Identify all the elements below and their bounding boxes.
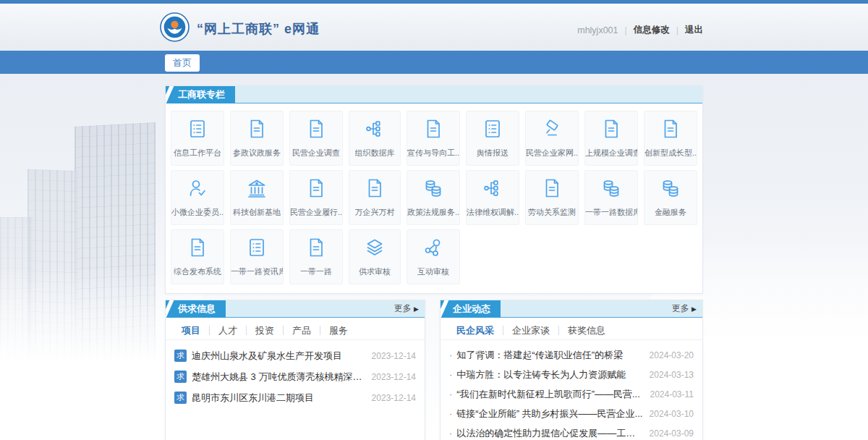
special-tile[interactable]: 创新型成长型... (644, 111, 697, 166)
special-tile[interactable]: 综合发布系统 (171, 229, 224, 284)
tile-label: 一带一路资讯库 (231, 266, 283, 277)
bullet-icon: · (449, 350, 452, 360)
item-title[interactable]: 链接“企业所能” 共助乡村振兴——民营企业... (456, 407, 643, 420)
document-icon (305, 177, 327, 202)
supply-demand-panel: 供求信息 更多 ▶ 项目人才投资产品服务 求 迪庆州山泉水及矿泉水生产开发项目 … (165, 300, 425, 440)
special-tile[interactable]: 参政议政服务 (230, 111, 284, 166)
special-tile[interactable]: 科技创新基地 (230, 170, 284, 225)
tile-label: 组织数据库 (355, 148, 395, 158)
special-tile[interactable]: 上规模企业调查 (584, 111, 638, 166)
database-icon (660, 177, 681, 202)
tile-label: 小微企业委员... (171, 207, 224, 218)
news-item: · 中瑞方胜：以专注铸专长为人力资源赋能 2024-03-13 (449, 365, 694, 384)
tile-label: 一带一路 (300, 266, 332, 277)
special-tile[interactable]: 一带一路 (289, 229, 343, 284)
item-title[interactable]: 知了背调：搭建起“传递职业信任”的桥梁 (456, 349, 643, 362)
special-tile[interactable]: 舆情报送 (466, 111, 519, 166)
supply-list: 求 迪庆州山泉水及矿泉水生产开发项目 2023-12-14 求 楚雄州大姚县 3… (166, 340, 425, 408)
tile-label: 综合发布系统 (174, 266, 221, 277)
special-tile[interactable]: 政策法规服务... (407, 170, 460, 225)
news-tabs: 民企风采企业家谈获奖信息 (441, 318, 702, 340)
news-more-link[interactable]: 更多 ▶ (672, 302, 697, 315)
special-tile[interactable]: 信息工作平台 (171, 111, 224, 166)
tile-label: 一带一路数据库 (585, 207, 637, 218)
tab-企业家谈[interactable]: 企业家谈 (503, 326, 559, 335)
item-title[interactable]: “我们在新时代新征程上凯歌而行”——民营... (456, 388, 644, 401)
bullet-icon: · (449, 408, 452, 419)
special-tile[interactable]: 金融服务 (644, 170, 697, 225)
list-icon (246, 237, 268, 261)
tab-民企风采[interactable]: 民企风采 (448, 326, 503, 335)
demand-badge: 求 (174, 350, 187, 362)
tab-产品[interactable]: 产品 (284, 326, 320, 335)
tab-获奖信息[interactable]: 获奖信息 (559, 326, 614, 335)
nav-home-button[interactable]: 首页 (165, 54, 200, 72)
database-icon (422, 177, 444, 202)
separator: | (676, 25, 678, 35)
special-tile[interactable]: 供求审核 (349, 229, 401, 284)
panel-title: 工商联专栏 (166, 86, 235, 103)
special-tile[interactable]: 民营企业家网... (525, 111, 579, 166)
main-nav: 首页 (0, 51, 868, 74)
document-icon (364, 177, 386, 202)
enterprise-news-panel: 企业动态 更多 ▶ 民企风采企业家谈获奖信息 · 知了背调：搭建起“传递职业信任… (440, 300, 703, 440)
special-tile[interactable]: 民营企业调查 (289, 111, 343, 166)
supply-more-link[interactable]: 更多 ▶ (394, 302, 419, 315)
special-tile[interactable]: 劳动关系监测 (525, 170, 579, 225)
special-tile[interactable]: 互动审核 (407, 229, 460, 284)
special-tile[interactable]: 民营企业履行... (289, 170, 343, 225)
document-icon (600, 118, 622, 143)
tab-服务[interactable]: 服务 (320, 326, 357, 335)
demand-badge: 求 (174, 392, 187, 404)
tab-人才[interactable]: 人才 (210, 326, 247, 335)
supply-item: 求 昆明市东川区东川港二期项目 2023-12-14 (174, 387, 416, 408)
special-tile[interactable]: 法律维权调解... (466, 170, 519, 225)
tile-grid: 信息工作平台 参政议政服务 民营企业调查 组织数据库 宣传与导向工... 舆情报… (166, 103, 702, 292)
special-tile[interactable]: 一带一路数据库 (584, 170, 638, 225)
special-tile[interactable]: 一带一路资讯库 (230, 229, 284, 284)
item-title[interactable]: 昆明市东川区东川港二期项目 (192, 392, 366, 405)
document-icon (305, 118, 327, 143)
panel-header: 供求信息 更多 ▶ (166, 300, 425, 318)
tile-label: 金融服务 (655, 207, 686, 218)
panel-header: 企业动态 更多 ▶ (441, 300, 702, 318)
special-tile[interactable]: 宣传与导向工... (407, 111, 460, 166)
item-title[interactable]: 楚雄州大姚县 3 万吨优质薄壳核桃精深加工及科... (192, 371, 366, 384)
supply-item: 求 迪庆州山泉水及矿泉水生产开发项目 2023-12-14 (174, 345, 416, 366)
bank-icon (246, 177, 268, 202)
tile-label: 创新型成长型... (644, 148, 697, 158)
special-tile[interactable]: 小微企业委员... (171, 170, 224, 225)
tile-label: 劳动关系监测 (528, 207, 576, 218)
tile-label: 宣传与导向工... (407, 148, 459, 158)
document-icon (660, 118, 681, 143)
site-header: “网上工商联” e网通 mhlyjx001 | 信息修改 | 退出 (0, 4, 868, 51)
item-date: 2023-12-14 (372, 393, 416, 403)
news-item: · 知了背调：搭建起“传递职业信任”的桥梁 2024-03-20 (449, 345, 694, 365)
document-icon (246, 118, 268, 143)
tile-label: 万企兴万村 (355, 207, 395, 218)
news-item: · “我们在新时代新征程上凯歌而行”——民营... 2024-03-11 (449, 384, 694, 404)
tile-label: 民营企业家网... (526, 148, 578, 158)
item-date: 2024-03-20 (650, 350, 694, 360)
person-check-icon (187, 177, 208, 202)
news-item: · 链接“企业所能” 共助乡村振兴——民营企业... 2024-03-10 (449, 404, 694, 423)
tile-label: 政策法规服务... (407, 207, 459, 218)
special-tile[interactable]: 组织数据库 (349, 111, 401, 166)
item-date: 2024-03-09 (650, 428, 694, 439)
edit-info-link[interactable]: 信息修改 (634, 24, 670, 36)
tab-投资[interactable]: 投资 (247, 326, 284, 335)
tile-label: 舆情报送 (477, 148, 509, 158)
item-title[interactable]: 迪庆州山泉水及矿泉水生产开发项目 (192, 350, 366, 363)
tab-项目[interactable]: 项目 (173, 326, 210, 335)
tile-label: 民营企业履行... (290, 207, 342, 218)
site-logo-icon (160, 12, 190, 42)
logout-link[interactable]: 退出 (685, 24, 703, 36)
more-arrow-icon: ▶ (414, 305, 419, 313)
item-title[interactable]: 以法治的确定性助力提信心促发展——工商联... (456, 427, 643, 440)
special-tile[interactable]: 万企兴万村 (349, 170, 401, 225)
document-icon (422, 118, 444, 143)
tile-label: 参政议政服务 (233, 148, 281, 158)
special-column-panel: 工商联专栏 信息工作平台 参政议政服务 民营企业调查 组织数据库 宣传与导向工.… (165, 85, 703, 294)
item-title[interactable]: 中瑞方胜：以专注铸专长为人力资源赋能 (456, 368, 643, 381)
user-area: mhlyjx001 | 信息修改 | 退出 (577, 24, 703, 36)
